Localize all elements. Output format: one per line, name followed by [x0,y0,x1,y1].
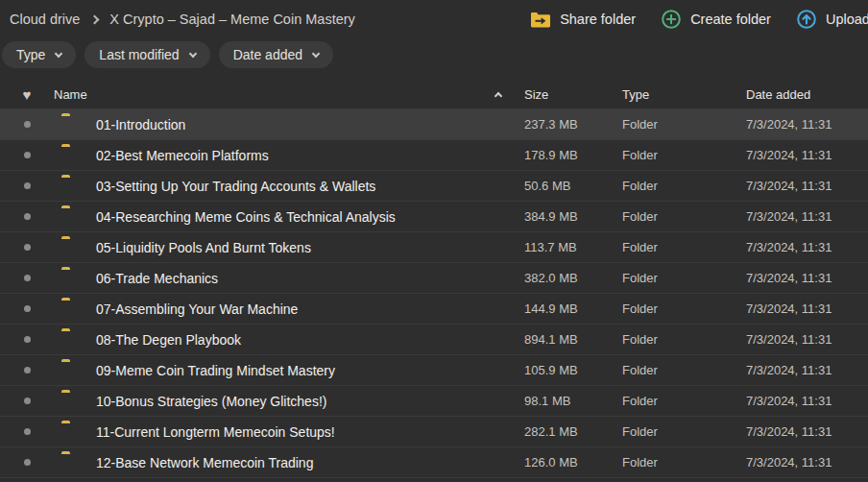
folder-size: 894.1 MB [524,332,622,347]
date-added-column-header[interactable]: Date added [746,87,868,102]
dot-icon [24,336,31,343]
row-marker[interactable] [0,428,54,435]
folder-icon-cell [54,454,92,471]
row-marker[interactable] [0,213,54,220]
dot-icon [24,213,31,220]
type-column-header[interactable]: Type [622,87,746,102]
share-folder-button[interactable]: Share folder [530,11,636,28]
filter-pill[interactable]: Date added [219,41,333,68]
row-marker[interactable] [0,275,54,281]
table-header-row: ♥ Name Size Type Date added [0,81,868,108]
folder-date-added: 7/3/2024, 11:31 [746,240,868,254]
row-marker[interactable] [0,336,54,343]
folder-icon-cell [54,147,92,164]
upload-button[interactable]: Upload... [796,9,868,30]
topbar: Cloud drive X Crypto – Sajad – Meme Coin… [0,0,868,38]
filter-bar: Type Last modified Date added [0,38,868,81]
sort-ascending-icon[interactable] [490,87,524,102]
folder-date-added: 7/3/2024, 11:31 [746,332,868,347]
row-marker[interactable] [0,305,54,312]
table-row[interactable]: 12-Base Network Memecoin Trading 126.0 M… [0,446,868,477]
name-column-header[interactable]: Name [54,87,490,102]
row-marker[interactable] [0,182,54,189]
create-folder-label: Create folder [690,12,771,27]
folder-name[interactable]: 01-Introduction [92,117,490,133]
folder-name[interactable]: 11-Current Longterm Memecoin Setups! [92,424,490,440]
folder-name[interactable]: 10-Bonus Strategies (Money Glitches!) [92,394,490,409]
dot-icon [24,367,31,374]
folder-name[interactable]: 12-Base Network Memecoin Trading [92,455,490,470]
row-marker[interactable] [0,244,54,251]
folder-size: 105.9 MB [524,363,622,377]
folder-name[interactable]: 05-Liquidity Pools And Burnt Tokens [92,240,490,255]
folder-size: 178.9 MB [524,148,622,162]
filter-pill-label: Type [16,47,45,62]
dot-icon [24,305,31,312]
folder-type: Folder [622,394,746,408]
folder-name[interactable]: 03-Setting Up Your Trading Accounts & Wa… [92,179,490,194]
folder-type: Folder [622,424,746,439]
folder-name[interactable]: 07-Assembling Your War Machine [92,301,490,317]
folder-name[interactable]: 04-Researching Meme Coins & Technical An… [92,209,490,225]
table-row[interactable]: 06-Trade Mechanics 382.0 MB Folder 7/3/2… [0,262,868,293]
folder-icon-cell [54,301,92,318]
folder-date-added: 7/3/2024, 11:31 [746,455,868,470]
size-column-header[interactable]: Size [524,87,622,102]
row-marker[interactable] [0,121,54,128]
folder-icon-cell [54,362,92,379]
folder-type: Folder [622,332,746,347]
breadcrumb-root[interactable]: Cloud drive [10,12,80,27]
folder-date-added: 7/3/2024, 11:31 [746,301,868,316]
folder-icon-cell [54,208,92,226]
folder-date-added: 7/3/2024, 11:31 [746,271,868,285]
table-row[interactable]: 02-Best Memecoin Platforms 178.9 MB Fold… [0,139,868,170]
folder-type: Folder [622,455,746,470]
row-marker[interactable] [0,367,54,374]
folder-size: 126.0 MB [524,455,622,470]
table-row[interactable]: 05-Liquidity Pools And Burnt Tokens 113.… [0,231,868,262]
dot-icon [24,121,31,128]
folder-date-added: 7/3/2024, 11:31 [746,363,868,377]
dot-icon [24,275,31,281]
table-row[interactable]: 04-Researching Meme Coins & Technical An… [0,201,868,231]
folder-name[interactable]: 02-Best Memecoin Platforms [92,148,490,163]
folder-type: Folder [622,148,746,162]
row-marker[interactable] [0,459,54,466]
folder-name[interactable]: 08-The Degen Playbook [92,332,490,348]
folder-size: 282.1 MB [524,424,622,439]
folder-date-added: 7/3/2024, 11:31 [746,117,868,132]
breadcrumb-current: X Crypto – Sajad – Meme Coin Mastery [109,12,354,27]
row-marker[interactable] [0,398,54,404]
dot-icon [24,244,31,251]
table-row[interactable]: 09-Meme Coin Trading Mindset Mastery 105… [0,354,868,385]
row-marker[interactable] [0,152,54,158]
folder-icon-cell [54,423,92,441]
dot-icon [24,182,31,189]
folder-size: 144.9 MB [524,301,622,316]
folder-icon-cell [54,116,92,133]
folder-size: 237.3 MB [524,117,622,132]
circle-up-arrow-icon [796,9,817,30]
folder-date-added: 7/3/2024, 11:31 [746,148,868,162]
share-folder-label: Share folder [560,12,636,27]
folder-type: Folder [622,301,746,316]
share-folder-icon [530,11,551,28]
folder-icon-cell [54,178,92,195]
folder-date-added: 7/3/2024, 11:31 [746,394,868,408]
create-folder-button[interactable]: Create folder [661,9,771,30]
filter-pill[interactable]: Type [2,41,76,68]
folder-name[interactable]: 06-Trade Mechanics [92,271,490,286]
table-row[interactable]: 08-The Degen Playbook 894.1 MB Folder 7/… [0,324,868,354]
favorites-column-header[interactable]: ♥ [23,87,32,103]
file-table: ♥ Name Size Type Date added 01-Introduct… [0,81,868,478]
table-row[interactable]: 10-Bonus Strategies (Money Glitches!) 98… [0,385,868,416]
filter-pill[interactable]: Last modified [84,41,209,68]
upload-label: Upload... [826,12,868,27]
table-row[interactable]: 03-Setting Up Your Trading Accounts & Wa… [0,170,868,201]
folder-name[interactable]: 09-Meme Coin Trading Mindset Mastery [92,363,490,378]
table-row[interactable]: 11-Current Longterm Memecoin Setups! 282… [0,416,868,446]
folder-type: Folder [622,363,746,377]
table-row[interactable]: 01-Introduction 237.3 MB Folder 7/3/2024… [0,108,868,139]
table-row[interactable]: 07-Assembling Your War Machine 144.9 MB … [0,293,868,324]
folder-size: 382.0 MB [524,271,622,285]
